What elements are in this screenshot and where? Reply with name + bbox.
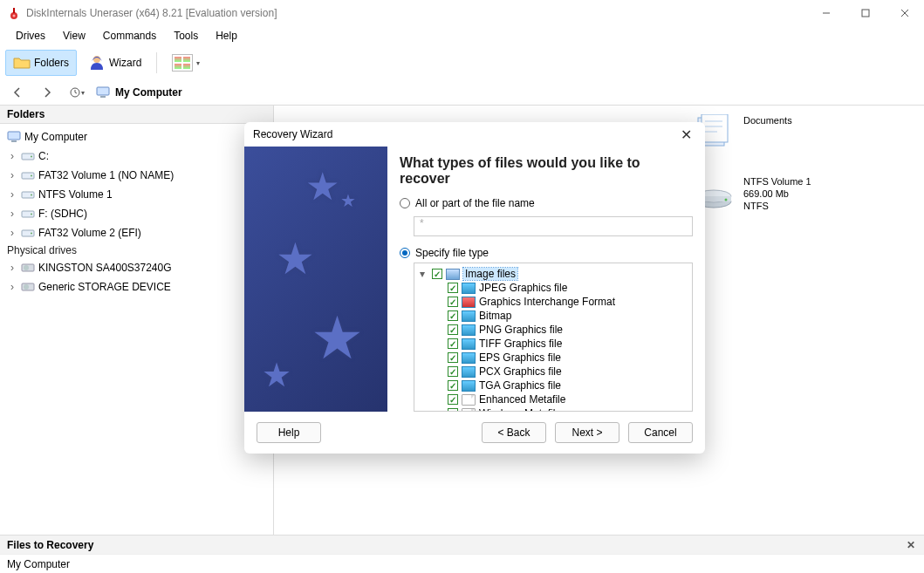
- filetype-label: TGA Graphics file: [479, 379, 561, 392]
- item-fs: NTFS: [743, 200, 811, 212]
- menu-drives[interactable]: Drives: [7, 28, 54, 44]
- radio-filename-label: All or part of the file name: [415, 197, 535, 209]
- nav-back[interactable]: [7, 82, 28, 103]
- expand-icon[interactable]: ›: [7, 227, 17, 239]
- menu-commands[interactable]: Commands: [94, 28, 165, 44]
- radio-filetype[interactable]: Specify file type: [400, 247, 693, 259]
- svg-rect-11: [8, 132, 20, 140]
- checkbox-icon[interactable]: ✓: [448, 338, 458, 349]
- tree-label: NTFS Volume 1: [38, 188, 113, 201]
- folder-icon: [446, 269, 460, 280]
- expand-icon[interactable]: ›: [7, 208, 17, 220]
- menu-help[interactable]: Help: [207, 28, 246, 44]
- checkbox-icon[interactable]: ✓: [448, 297, 458, 307]
- tree-volume[interactable]: ›F: (SDHC): [0, 204, 273, 223]
- expand-icon[interactable]: ›: [7, 281, 17, 293]
- item-documents[interactable]: Documents: [693, 114, 867, 149]
- files-bar-close[interactable]: ✕: [903, 539, 919, 551]
- wizard-icon: [88, 54, 106, 72]
- drive-icon: [21, 170, 35, 181]
- item-ntfs1[interactable]: NTFS Volume 1 669.00 Mb NTFS: [693, 175, 867, 212]
- folder-tree[interactable]: My Computer ›C: ›FAT32 Volume 1 (NO NAME…: [0, 124, 273, 535]
- menu-view[interactable]: View: [54, 28, 94, 44]
- filetype-tree[interactable]: ▾ ✓ Image files ✓JPEG Graphics file✓Grap…: [414, 263, 693, 412]
- svg-point-20: [31, 214, 32, 215]
- checkbox-icon[interactable]: ✓: [448, 283, 458, 293]
- nav-forward[interactable]: [37, 82, 58, 103]
- filetype-item[interactable]: ✓TIFF Graphics file: [416, 337, 690, 351]
- maximize-button[interactable]: [845, 0, 885, 26]
- collapse-icon[interactable]: ▾: [420, 268, 428, 280]
- minimize-button[interactable]: [806, 0, 845, 26]
- checkbox-icon[interactable]: ✓: [448, 324, 458, 335]
- folders-button[interactable]: Folders: [5, 50, 77, 76]
- wizard-label: Wizard: [109, 57, 141, 69]
- folder-icon: [13, 56, 31, 70]
- filetype-item[interactable]: ✓EPS Graphics file: [416, 351, 690, 365]
- tree-volume[interactable]: ›FAT32 Volume 2 (EFI): [0, 223, 273, 242]
- tree-volume[interactable]: ›FAT32 Volume 1 (NO NAME): [0, 166, 273, 185]
- filetype-item[interactable]: ✓Graphics Interchange Format: [416, 295, 690, 309]
- radio-filename[interactable]: All or part of the file name: [400, 197, 693, 209]
- filetype-label: JPEG Graphics file: [479, 282, 567, 294]
- menu-tools[interactable]: Tools: [165, 28, 207, 44]
- svg-point-14: [31, 156, 32, 158]
- filetype-icon: [462, 338, 476, 350]
- filetype-item[interactable]: ✓PCX Graphics file: [416, 365, 690, 379]
- dialog-side-image: ★ ★ ★ ★ ★: [244, 147, 387, 412]
- dropdown-icon: ▾: [196, 59, 200, 67]
- filetype-item[interactable]: ✓Enhanced Metafile: [416, 392, 690, 406]
- back-button[interactable]: < Back: [482, 422, 546, 443]
- filetype-item[interactable]: ✓TGA Graphics file: [416, 379, 690, 392]
- filetype-label: Graphics Interchange Format: [479, 296, 615, 308]
- svg-rect-10: [100, 96, 106, 98]
- tree-volume[interactable]: ›C:: [0, 147, 273, 166]
- close-button[interactable]: [885, 0, 924, 26]
- filetype-root[interactable]: ▾ ✓ Image files: [416, 267, 690, 281]
- checkbox-icon[interactable]: ✓: [448, 366, 458, 377]
- filetype-item[interactable]: ✓Bitmap: [416, 309, 690, 323]
- filetype-icon: [462, 352, 476, 364]
- expand-icon[interactable]: ›: [7, 262, 17, 274]
- svg-point-2: [13, 15, 16, 17]
- expand-icon[interactable]: ›: [7, 169, 17, 181]
- item-size: 669.00 Mb: [743, 188, 811, 200]
- checkbox-icon[interactable]: ✓: [448, 352, 458, 363]
- checkbox-icon[interactable]: ✓: [448, 380, 458, 391]
- hdd-icon: [21, 282, 35, 292]
- files-to-recovery-bar[interactable]: Files to Recovery ✕: [0, 535, 924, 554]
- next-button[interactable]: Next >: [555, 422, 619, 443]
- checkbox-icon[interactable]: ✓: [448, 310, 458, 321]
- window-buttons: [806, 0, 924, 26]
- tree-label: F: (SDHC): [38, 208, 87, 220]
- nav-history[interactable]: ▾: [66, 82, 87, 103]
- status-text: My Computer: [7, 558, 70, 570]
- tree-root[interactable]: My Computer: [0, 127, 273, 147]
- filetype-item[interactable]: ✓JPEG Graphics file: [416, 281, 690, 295]
- filetype-item[interactable]: ✓PNG Graphics file: [416, 323, 690, 337]
- navbar: ▾ My Computer: [0, 80, 924, 105]
- radio-icon: [400, 198, 410, 208]
- checkbox-icon[interactable]: ✓: [448, 394, 458, 405]
- filetype-root-label: Image files: [463, 268, 517, 280]
- tree-volume[interactable]: ›NTFS Volume 1: [0, 185, 273, 204]
- dialog-titlebar[interactable]: Recovery Wizard ✕: [244, 122, 705, 147]
- svg-rect-1: [13, 8, 15, 13]
- checkbox-icon[interactable]: ✓: [432, 269, 442, 279]
- view-grid-button[interactable]: ▾: [164, 50, 208, 76]
- expand-icon[interactable]: ›: [7, 188, 17, 201]
- cancel-button[interactable]: Cancel: [628, 422, 693, 443]
- wizard-button[interactable]: Wizard: [80, 50, 149, 76]
- app-icon: [7, 6, 21, 20]
- hdd-icon: [21, 263, 35, 273]
- expand-icon[interactable]: ›: [7, 150, 17, 162]
- help-button[interactable]: Help: [257, 422, 321, 443]
- tree-physical[interactable]: ›KINGSTON SA400S37240G: [0, 258, 273, 277]
- tree-label: C:: [38, 150, 49, 162]
- filename-input[interactable]: *: [414, 216, 693, 236]
- radio-filetype-label: Specify file type: [415, 247, 489, 259]
- tree-physical[interactable]: ›Generic STORAGE DEVICE: [0, 277, 273, 297]
- breadcrumb[interactable]: My Computer: [96, 86, 182, 99]
- svg-point-22: [31, 233, 32, 235]
- dialog-close-button[interactable]: ✕: [675, 126, 696, 143]
